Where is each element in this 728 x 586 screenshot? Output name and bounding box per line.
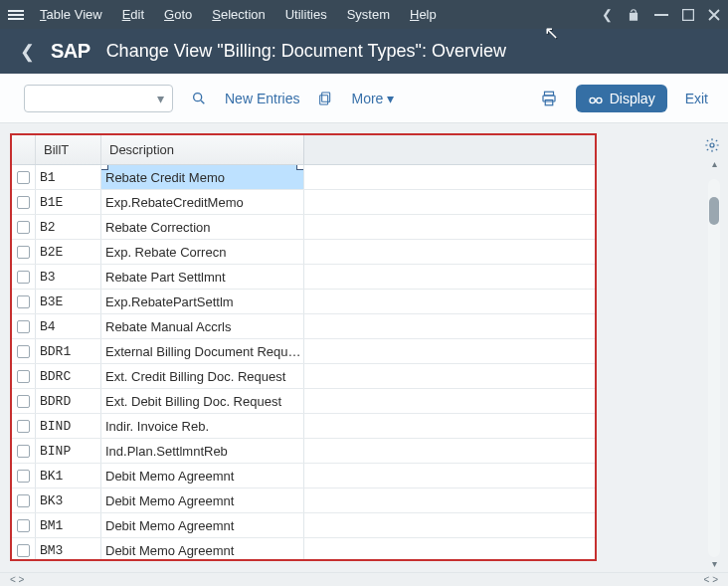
row-select[interactable] [12,290,36,313]
horizontal-scrollbar[interactable]: < > < > [0,572,728,586]
table-row[interactable]: BM3Debit Memo Agreemnt [12,538,595,561]
row-select[interactable] [12,513,36,537]
col-description[interactable]: Description [101,135,304,164]
unlock-icon[interactable] [627,8,640,22]
row-select[interactable] [12,240,36,264]
cell-description[interactable]: Debit Memo Agreemnt [101,538,304,561]
cell-billt[interactable]: BDR1 [36,339,101,363]
close-icon[interactable] [708,9,720,21]
cell-description[interactable]: Rebate Part Settlmnt [101,265,304,289]
scroll-up-icon[interactable]: ▴ [708,157,720,169]
minimize-icon[interactable] [654,14,668,16]
cell-billt[interactable]: BINP [36,439,101,463]
table-row[interactable]: B2EExp. Rebate Correcn [12,240,595,265]
cell-description[interactable]: Ext. Debit Billing Doc. Request [101,389,304,413]
search-icon[interactable] [191,91,207,106]
row-select[interactable] [12,215,36,239]
table-row[interactable]: B3EExp.RebatePartSettlm [12,290,595,314]
more-dropdown[interactable]: More ▾ [351,91,394,106]
row-checkbox[interactable] [17,345,30,358]
row-select[interactable] [12,190,36,214]
settings-icon[interactable] [704,137,720,157]
row-select[interactable] [12,414,36,438]
exit-button[interactable]: Exit [685,91,708,106]
row-select[interactable] [12,364,36,388]
cell-description[interactable]: Exp. Rebate Correcn [101,240,304,264]
table-row[interactable]: B2Rebate Correction [12,215,595,240]
cell-billt[interactable]: B4 [36,314,101,338]
row-checkbox[interactable] [17,445,30,458]
row-checkbox[interactable] [17,544,30,557]
cell-description[interactable]: Debit Memo Agreemnt [101,488,304,512]
cell-description[interactable]: Exp.RebateCreditMemo [101,190,304,214]
vertical-scrollbar[interactable] [708,179,720,557]
cell-billt[interactable]: B1E [36,190,101,214]
row-checkbox[interactable] [17,171,30,184]
scroll-right-icon[interactable]: < > [704,574,718,585]
cell-billt[interactable]: BM3 [36,538,101,561]
scroll-down-icon[interactable]: ▾ [708,557,720,569]
new-entries-button[interactable]: New Entries [225,91,299,106]
cell-description[interactable]: Exp.RebatePartSettlm [101,290,304,313]
row-select[interactable] [12,314,36,338]
row-select[interactable] [12,339,36,363]
print-icon[interactable] [540,90,558,107]
row-select[interactable] [12,165,36,189]
cell-description[interactable]: External Billing Document Requ… [101,339,304,363]
row-select[interactable] [12,464,36,488]
row-select[interactable] [12,488,36,512]
table-row[interactable]: BM1Debit Memo Agreemnt [12,513,595,538]
row-checkbox[interactable] [17,320,30,333]
table-row[interactable]: B1EExp.RebateCreditMemo [12,190,595,215]
row-checkbox[interactable] [17,519,30,532]
menu-item-system[interactable]: System [347,7,390,22]
row-select[interactable] [12,439,36,463]
scrollbar-thumb[interactable] [709,197,719,225]
table-row[interactable]: BK3Debit Memo Agreemnt [12,488,595,513]
table-row[interactable]: B4Rebate Manual Accrls [12,314,595,339]
cell-billt[interactable]: BM1 [36,513,101,537]
scroll-left-icon[interactable]: < > [10,574,24,585]
cell-description[interactable]: Rebate Correction [101,215,304,239]
row-checkbox[interactable] [17,395,30,408]
row-checkbox[interactable] [17,420,30,433]
cell-billt[interactable]: BDRC [36,364,101,388]
row-select[interactable] [12,389,36,413]
chevron-left-icon[interactable]: ❮ [602,7,613,22]
cell-description[interactable]: Ext. Credit Billing Doc. Request [101,364,304,388]
table-row[interactable]: BK1Debit Memo Agreemnt [12,464,595,488]
cell-description[interactable]: Debit Memo Agreemnt [101,513,304,537]
cell-billt[interactable]: B2 [36,215,101,239]
table-row[interactable]: B3Rebate Part Settlmnt [12,265,595,290]
menu-item-table-view[interactable]: Table View [40,7,102,22]
table-row[interactable]: BDR1External Billing Document Requ… [12,339,595,364]
col-billt[interactable]: BillT [36,135,101,164]
cell-billt[interactable]: B3 [36,265,101,289]
table-row[interactable]: BDRCExt. Credit Billing Doc. Request [12,364,595,389]
cell-description[interactable]: Rebate Manual Accrls [101,314,304,338]
row-select[interactable] [12,538,36,561]
row-select[interactable] [12,265,36,289]
cell-billt[interactable]: BIND [36,414,101,438]
col-select[interactable] [12,135,36,164]
table-row[interactable]: BDRDExt. Debit Billing Doc. Request [12,389,595,414]
menu-item-goto[interactable]: Goto [164,7,192,22]
cell-description[interactable]: Ind.Plan.SettlmntReb [101,439,304,463]
cell-billt[interactable]: BK1 [36,464,101,488]
copy-icon[interactable] [317,91,333,106]
row-checkbox[interactable] [17,295,30,308]
cell-description[interactable]: Indir. Invoice Reb. [101,414,304,438]
menu-item-help[interactable]: Help [410,7,437,22]
cell-billt[interactable]: BDRD [36,389,101,413]
menu-item-selection[interactable]: Selection [212,7,265,22]
hamburger-icon[interactable] [8,8,24,22]
cell-billt[interactable]: B1 [36,165,101,189]
cell-billt[interactable]: B3E [36,290,101,313]
back-button[interactable]: ❮ [20,41,35,63]
display-button[interactable]: Display [576,85,667,112]
command-field[interactable]: ▾ [24,85,173,112]
table-row[interactable]: B1Rebate Credit Memo [12,165,595,190]
cell-description[interactable]: Rebate Credit Memo [101,165,304,189]
cell-billt[interactable]: BK3 [36,488,101,512]
row-checkbox[interactable] [17,271,30,284]
